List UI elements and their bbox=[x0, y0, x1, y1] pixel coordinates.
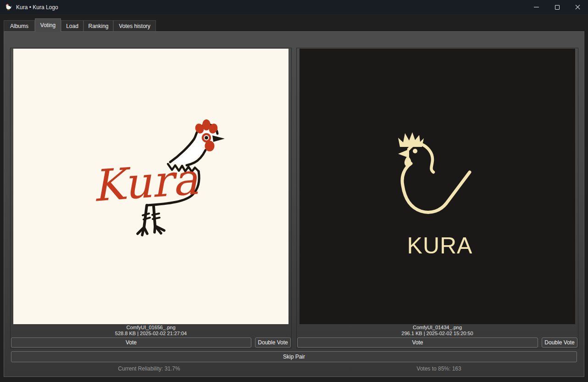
rooster-logo-graphic: Kura bbox=[13, 49, 288, 324]
chicken-icon bbox=[5, 3, 12, 11]
double-vote-button-right[interactable]: Double Vote bbox=[542, 337, 577, 348]
tab-label: Votes history bbox=[119, 23, 150, 29]
votes-needed-text: Votes to 85%: 163 bbox=[294, 365, 584, 373]
voting-tab-pane: Kura ComfyUI_01656_.png 528.8 KB | 2025-… bbox=[4, 31, 584, 377]
window-controls bbox=[526, 0, 588, 14]
file-meta-label: 528.8 KB | 2025-02-02 21:27:04 bbox=[11, 331, 291, 337]
status-row: Current Reliability: 31.7% Votes to 85%:… bbox=[4, 365, 584, 373]
filename-label: ComfyUI_01434_.png bbox=[297, 325, 578, 331]
skip-pair-button[interactable]: Skip Pair bbox=[11, 351, 577, 362]
file-meta-label: 296.1 KB | 2025-02-02 15:20:50 bbox=[297, 331, 578, 337]
tab-bar: Albums Voting Load Ranking Votes history bbox=[0, 14, 588, 32]
maximize-icon bbox=[555, 5, 560, 10]
app-window: { "window": { "title": "Kura • Kura Logo… bbox=[0, 0, 588, 382]
title-bar: Kura • Kura Logo bbox=[0, 0, 588, 14]
tab-label: Load bbox=[66, 23, 78, 29]
right-wordmark: KURA bbox=[407, 233, 473, 258]
minimize-icon bbox=[534, 7, 539, 7]
right-image[interactable]: KURA bbox=[300, 49, 575, 324]
reliability-text: Current Reliability: 31.7% bbox=[4, 365, 294, 373]
tab-label: Voting bbox=[40, 22, 55, 28]
maximize-button[interactable] bbox=[547, 0, 567, 14]
tab-albums[interactable]: Albums bbox=[4, 20, 35, 31]
tab-ranking[interactable]: Ranking bbox=[83, 20, 113, 31]
vote-row-right: Vote Double Vote bbox=[297, 337, 577, 348]
minimize-button[interactable] bbox=[526, 0, 547, 14]
vote-button-left[interactable]: Vote bbox=[11, 337, 251, 348]
window-title: Kura • Kura Logo bbox=[16, 4, 58, 11]
hen-logo-graphic: KURA bbox=[300, 49, 575, 324]
close-button[interactable] bbox=[567, 0, 588, 14]
close-icon bbox=[575, 4, 581, 10]
candidate-panel-left: Kura ComfyUI_01656_.png 528.8 KB | 2025-… bbox=[10, 48, 292, 348]
left-image[interactable]: Kura bbox=[13, 49, 288, 324]
tab-voting[interactable]: Voting bbox=[35, 18, 61, 32]
tab-votes-history[interactable]: Votes history bbox=[113, 20, 156, 31]
left-wordmark: Kura bbox=[91, 154, 200, 211]
double-vote-button-left[interactable]: Double Vote bbox=[255, 337, 291, 348]
filename-label: ComfyUI_01656_.png bbox=[11, 325, 291, 331]
vote-button-right[interactable]: Vote bbox=[297, 337, 538, 348]
candidate-panel-right: KURA ComfyUI_01434_.png 296.1 KB | 2025-… bbox=[296, 48, 578, 348]
tab-label: Ranking bbox=[88, 23, 108, 29]
vote-row-left: Vote Double Vote bbox=[11, 337, 291, 348]
tab-load[interactable]: Load bbox=[61, 20, 83, 31]
tab-label: Albums bbox=[10, 23, 28, 29]
